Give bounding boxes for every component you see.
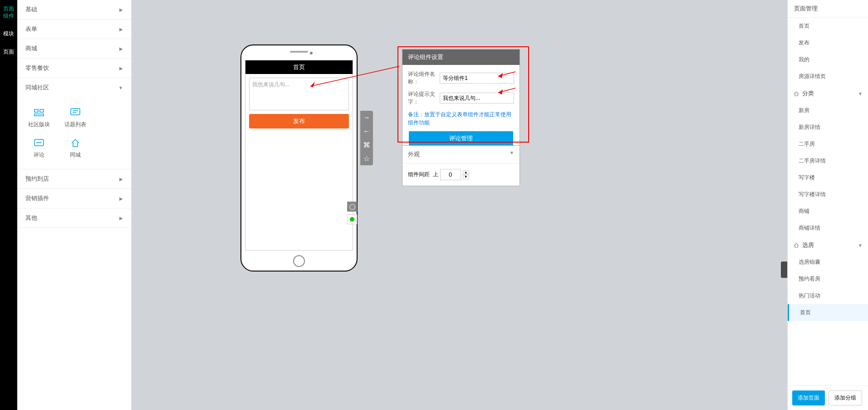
page-item-shop-detail[interactable]: 商铺详情 xyxy=(788,220,868,237)
nav-strip-page-components[interactable]: 页面 组件 xyxy=(0,0,17,25)
accordion-body-community: 社区版块 话题列表 评论 同城 xyxy=(17,97,131,169)
svg-rect-3 xyxy=(71,109,80,115)
settings-panel: 评论组件设置 评论组件名称： 评论提示文字： 备注：放置于自定义表单组件才能正常… xyxy=(402,49,520,152)
canvas: 首页 我也来说几句... 发布 → ← ⌘ ☆ ◯ 评论组件设置 xyxy=(132,0,787,410)
comment-icon xyxy=(34,138,44,148)
appearance-header[interactable]: 外观 ▼ xyxy=(402,146,520,163)
accordion-retail[interactable]: 零售餐饮▶ xyxy=(17,59,131,78)
add-page-button[interactable]: 添加页面 xyxy=(792,390,825,405)
accordion-label: 商城 xyxy=(25,44,37,53)
page-item-tips[interactable]: 选房锦囊 xyxy=(788,254,868,271)
tile-label: 社区版块 xyxy=(28,121,50,128)
phone-page-title: 首页 xyxy=(245,60,353,74)
chevron-right-icon: ▶ xyxy=(119,46,123,51)
settings-name-input[interactable] xyxy=(440,73,514,84)
chevron-right-icon: ▶ xyxy=(119,216,123,221)
spacing-side-label: 上 xyxy=(433,171,438,178)
page-group-select[interactable]: 选房 ▼ xyxy=(788,237,868,254)
headset-icon[interactable]: ◯ xyxy=(347,202,357,212)
page-sidebar: 页面管理 首页 发布 我的 房源详情页 分类 ▼ 新房 新房详情 二手房 二手房… xyxy=(787,0,868,410)
accordion-community[interactable]: 同城社区▼ xyxy=(17,78,131,97)
settings-name-label: 评论组件名称： xyxy=(408,70,440,86)
page-item-second-hand[interactable]: 二手房 xyxy=(788,136,868,153)
settings-hint-input[interactable] xyxy=(440,93,514,104)
page-item-new-house[interactable]: 新房 xyxy=(788,102,868,119)
accordion-marketing[interactable]: 营销插件▶ xyxy=(17,189,131,208)
phone-comment-input[interactable]: 我也来说几句... xyxy=(249,78,349,110)
tile-label: 评论 xyxy=(34,152,44,158)
spacing-label: 组件间距 xyxy=(408,171,430,178)
float-icons: ◯ xyxy=(347,202,357,227)
appearance-title: 外观 xyxy=(408,150,420,158)
chevron-down-icon: ▼ xyxy=(858,243,863,248)
settings-panel-title: 评论组件设置 xyxy=(402,49,520,65)
chevron-down-icon: ▼ xyxy=(118,85,123,90)
accordion-basic[interactable]: 基础▶ xyxy=(17,0,131,19)
home-icon xyxy=(70,138,81,148)
phone-home-button-icon xyxy=(293,255,305,267)
phone-camera-icon xyxy=(310,52,313,54)
stepper-down-icon[interactable]: ▼ xyxy=(463,175,469,179)
appearance-panel: 外观 ▼ 组件间距 上 ▲ ▼ xyxy=(402,145,520,186)
page-item-home[interactable]: 首页 xyxy=(788,18,868,35)
accordion-label: 零售餐饮 xyxy=(25,64,49,72)
stepper-up-icon[interactable]: ▲ xyxy=(463,170,469,175)
phone-publish-button[interactable]: 发布 xyxy=(249,114,349,128)
chevron-right-icon: ▶ xyxy=(119,66,123,71)
svg-point-7 xyxy=(37,142,38,143)
chevron-right-icon: ▶ xyxy=(119,177,123,182)
phone-speaker-icon xyxy=(290,51,308,53)
page-item-book-visit[interactable]: 预约看房 xyxy=(788,271,868,287)
accordion-other[interactable]: 其他▶ xyxy=(17,208,131,227)
tile-label: 话题列表 xyxy=(64,121,86,128)
accordion-label: 基础 xyxy=(25,5,37,14)
accordion-label: 同城社区 xyxy=(25,84,49,92)
nav-strip-pages[interactable]: 页面 xyxy=(0,43,17,61)
home-icon xyxy=(793,90,799,97)
accordion-label: 其他 xyxy=(25,214,37,222)
page-group-label: 分类 xyxy=(802,89,814,98)
component-tile-topic-list[interactable]: 话题列表 xyxy=(57,103,93,133)
block-icon xyxy=(34,107,44,118)
page-item-new-house-detail[interactable]: 新房详情 xyxy=(788,119,868,136)
add-group-button[interactable]: 添加分组 xyxy=(829,390,862,405)
page-item-second-hand-detail[interactable]: 二手房详情 xyxy=(788,153,868,169)
page-item-listing-detail[interactable]: 房源详情页 xyxy=(788,68,868,85)
page-item-hot-events[interactable]: 热门活动 xyxy=(788,287,868,304)
page-group-label: 选房 xyxy=(802,241,814,249)
toolbar-arrow-right-icon[interactable]: → xyxy=(360,111,373,124)
page-item-shop[interactable]: 商铺 xyxy=(788,203,868,220)
chevron-down-icon: ▼ xyxy=(510,150,514,158)
list-icon xyxy=(70,107,81,118)
comment-manage-button[interactable]: 评论管理 xyxy=(409,131,513,146)
home-icon xyxy=(793,242,799,248)
page-group-category[interactable]: 分类 ▼ xyxy=(788,85,868,102)
page-item-office[interactable]: 写字楼 xyxy=(788,169,868,186)
page-item-mine[interactable]: 我的 xyxy=(788,51,868,68)
svg-point-8 xyxy=(39,142,40,143)
svg-rect-2 xyxy=(34,114,44,116)
component-sidebar: 基础▶ 表单▶ 商城▶ 零售餐饮▶ 同城社区▼ 社区版块 话题列表 评论 同城 … xyxy=(17,0,132,410)
page-footer: 添加页面 添加分组 xyxy=(788,385,868,410)
page-item-publish[interactable]: 发布 xyxy=(788,35,868,51)
svg-rect-1 xyxy=(40,109,44,112)
component-tile-local[interactable]: 同城 xyxy=(57,133,93,163)
page-item-office-detail[interactable]: 写字楼详情 xyxy=(788,186,868,203)
toolbar-star-icon[interactable]: ☆ xyxy=(360,152,373,165)
component-tile-block[interactable]: 社区版块 xyxy=(21,103,57,133)
toolbar-link-icon[interactable]: ⌘ xyxy=(360,138,373,152)
component-tile-comment[interactable]: 评论 xyxy=(21,133,57,163)
accordion-form[interactable]: 表单▶ xyxy=(17,20,131,39)
chevron-right-icon: ▶ xyxy=(119,7,123,12)
accordion-appointment[interactable]: 预约到店▶ xyxy=(17,169,131,188)
settings-note: 备注：放置于自定义表单组件才能正常使用组件功能 xyxy=(408,110,514,127)
toolbar-arrow-left-icon[interactable]: ← xyxy=(360,124,373,138)
status-dot-icon[interactable] xyxy=(347,214,357,224)
page-item-select-home[interactable]: 首页 xyxy=(788,304,868,321)
collapse-tab[interactable] xyxy=(781,262,787,278)
accordion-mall[interactable]: 商城▶ xyxy=(17,39,131,58)
nav-strip-modules[interactable]: 模块 xyxy=(0,25,17,43)
settings-hint-label: 评论提示文字： xyxy=(408,90,440,106)
canvas-toolbar: → ← ⌘ ☆ xyxy=(360,111,373,165)
spacing-input[interactable] xyxy=(440,169,461,180)
